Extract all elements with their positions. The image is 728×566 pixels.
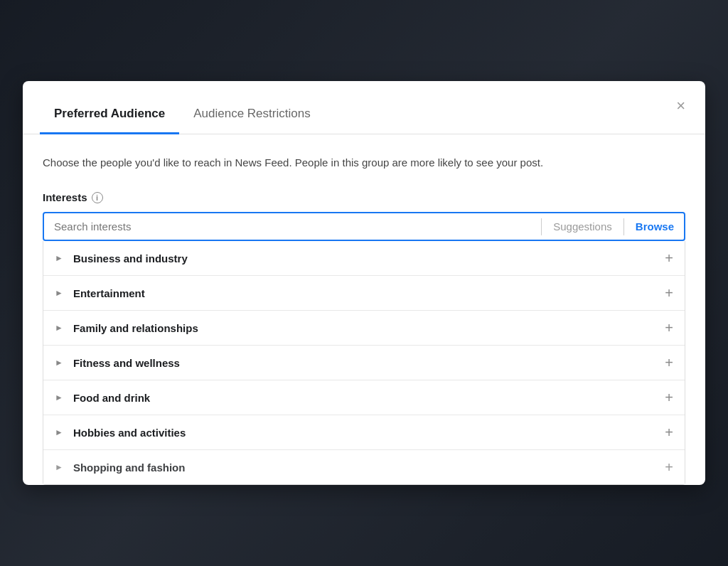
add-interest-icon[interactable]: +	[665, 356, 673, 370]
add-interest-icon[interactable]: +	[665, 460, 673, 474]
interest-label: Hobbies and activities	[73, 427, 665, 439]
description-text: Choose the people you'd like to reach in…	[43, 154, 685, 171]
search-divider-2	[623, 218, 624, 235]
tab-audience-restrictions[interactable]: Audience Restrictions	[179, 98, 324, 134]
interest-label: Entertainment	[73, 287, 665, 299]
search-divider	[541, 218, 542, 235]
interests-section-label: Interests i	[43, 191, 685, 203]
interest-label: Fitness and wellness	[73, 357, 665, 369]
add-interest-icon[interactable]: +	[665, 286, 673, 300]
interests-info-icon[interactable]: i	[92, 192, 103, 203]
search-box: Suggestions Browse	[43, 212, 685, 241]
interest-label: Business and industry	[73, 252, 665, 265]
interest-label: Food and drink	[73, 392, 665, 404]
interest-item-fitness[interactable]: ► Fitness and wellness +	[43, 346, 685, 380]
suggestions-button[interactable]: Suggestions	[543, 213, 622, 240]
chevron-right-icon: ►	[55, 462, 63, 472]
modal-dialog: Preferred Audience Audience Restrictions…	[23, 81, 705, 485]
chevron-right-icon: ►	[55, 323, 63, 333]
modal-body: Choose the people you'd like to reach in…	[23, 134, 705, 485]
add-interest-icon[interactable]: +	[665, 321, 673, 335]
tab-preferred-audience[interactable]: Preferred Audience	[40, 98, 179, 134]
chevron-right-icon: ►	[55, 288, 63, 298]
browse-button[interactable]: Browse	[626, 213, 684, 240]
add-interest-icon[interactable]: +	[665, 251, 673, 265]
search-input[interactable]	[44, 213, 540, 240]
interests-label-text: Interests	[43, 191, 87, 203]
add-interest-icon[interactable]: +	[665, 390, 673, 405]
interest-item-entertainment[interactable]: ► Entertainment +	[43, 276, 685, 311]
interests-list: ► Business and industry + ► Entertainmen…	[43, 241, 685, 485]
chevron-right-icon: ►	[55, 358, 63, 368]
interest-item-family[interactable]: ► Family and relationships +	[43, 311, 685, 346]
chevron-right-icon: ►	[55, 427, 63, 437]
chevron-right-icon: ►	[55, 253, 63, 263]
chevron-right-icon: ►	[55, 393, 63, 402]
add-interest-icon[interactable]: +	[665, 425, 673, 439]
interest-item-shopping[interactable]: ► Shopping and fashion +	[43, 450, 685, 484]
close-button[interactable]: ×	[670, 95, 691, 117]
interest-label: Shopping and fashion	[73, 461, 665, 474]
interest-item-food[interactable]: ► Food and drink +	[43, 380, 685, 415]
modal-header: Preferred Audience Audience Restrictions…	[23, 81, 705, 134]
interest-item-business[interactable]: ► Business and industry +	[43, 241, 685, 276]
interest-item-hobbies[interactable]: ► Hobbies and activities +	[43, 415, 685, 450]
interest-label: Family and relationships	[73, 322, 665, 334]
